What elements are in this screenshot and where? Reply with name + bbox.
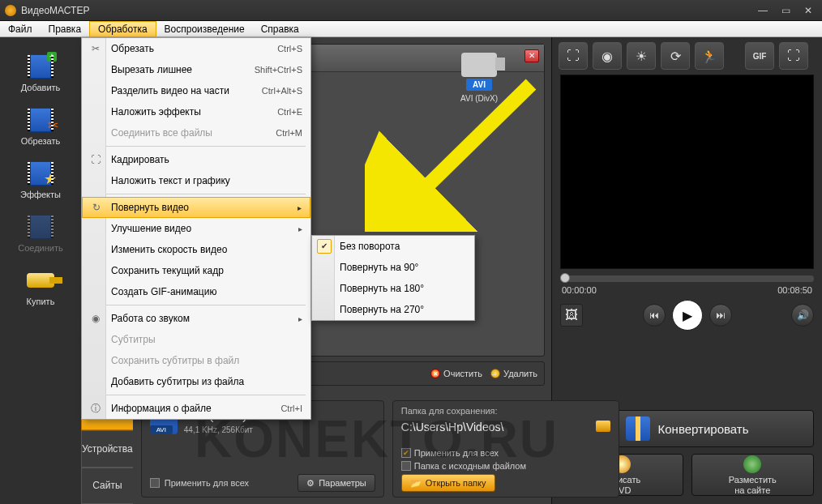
menu-item[interactable]: Создать GIF-анимацию xyxy=(82,281,310,302)
source-folder-checkbox[interactable] xyxy=(401,461,411,471)
source-folder-label: Папка с исходным файлом xyxy=(414,461,526,471)
sidebar-cut[interactable]: ✂Обрезать xyxy=(6,102,75,151)
menu-item-shortcut: Ctrl+E xyxy=(277,107,302,117)
parameters-button[interactable]: ⚙Параметры xyxy=(298,474,375,492)
menu-file[interactable]: Файл xyxy=(0,21,41,36)
menu-item[interactable]: ◉Работа со звуком▸ xyxy=(82,308,310,329)
menu-item[interactable]: ⓘИнформация о файлеCtrl+I xyxy=(82,398,310,419)
sidebar-add[interactable]: +Добавить xyxy=(6,49,75,97)
play-button[interactable]: ▶ xyxy=(672,300,703,331)
minimize-button[interactable]: — xyxy=(754,4,772,17)
key-icon xyxy=(27,273,54,288)
menu-item[interactable]: Разделить видео на частиCtrl+Alt+S xyxy=(82,80,310,101)
menu-item-label: Соединить все файлы xyxy=(111,127,212,139)
file-format-caption: AVI (DivX) xyxy=(447,94,512,103)
tab-devices[interactable]: Устройства xyxy=(81,430,133,467)
submenu-arrow-icon: ▸ xyxy=(298,203,302,212)
output-folder-panel: Папка для сохранения: C:\Users\Hp\Videos… xyxy=(392,400,619,498)
menu-item-label: Сохранить субтитры в файл xyxy=(111,355,239,366)
output-folder-path[interactable]: C:\Users\Hp\Videos\ xyxy=(401,421,504,434)
rotate-tool-button[interactable]: ⟳ xyxy=(661,42,690,70)
next-button[interactable]: ⏭ xyxy=(709,304,732,327)
enhance-tool-button[interactable]: ◉ xyxy=(593,42,622,70)
sidebar: +Добавить ✂Обрезать ★Эффекты Соединить К… xyxy=(0,37,81,504)
preview-toolbar: ⛶ ◉ ☀ ⟳ 🏃 GIF ⛶ xyxy=(552,37,822,75)
menu-item-label: Обрезать xyxy=(111,43,154,54)
sidebar-join-label: Соединить xyxy=(18,243,63,253)
menu-item: Сохранить субтитры в файл xyxy=(82,350,310,371)
menu-item-label: Работа со звуком xyxy=(111,313,190,324)
video-preview[interactable] xyxy=(560,75,814,269)
sidebar-buy[interactable]: Купить xyxy=(6,263,75,311)
folder-open-icon: 📂 xyxy=(410,478,422,489)
close-button[interactable]: ✕ xyxy=(799,4,817,17)
submenu-item[interactable]: Повернуть на 90° xyxy=(312,257,474,278)
menu-item: Соединить все файлыCtrl+M xyxy=(82,122,310,143)
fullscreen-tool-button[interactable]: ⛶ xyxy=(779,42,808,70)
menu-item[interactable]: Улучшение видео▸ xyxy=(82,218,310,239)
submenu-item[interactable]: Повернуть на 180° xyxy=(312,278,474,299)
file-remove-button[interactable]: ✕ xyxy=(524,49,539,62)
submenu-item[interactable]: Без поворота xyxy=(312,236,474,257)
menu-processing[interactable]: Обработка xyxy=(89,21,156,36)
menu-item-label: Информация о файле xyxy=(111,403,212,414)
menu-item-icon: ◉ xyxy=(88,313,103,324)
menu-item-label: Создать GIF-анимацию xyxy=(111,286,216,297)
globe-icon xyxy=(743,455,761,473)
camera-icon xyxy=(461,53,497,77)
brightness-tool-button[interactable]: ☀ xyxy=(627,42,656,70)
seek-bar[interactable] xyxy=(560,275,814,282)
output-folder-title: Папка для сохранения: xyxy=(401,406,610,416)
time-current: 00:00:00 xyxy=(562,285,597,295)
prev-button[interactable]: ⏮ xyxy=(643,304,666,327)
menu-item[interactable]: ↻Повернуть видео▸ xyxy=(82,197,310,218)
folder-apply-all-label: Применить для всех xyxy=(414,448,499,458)
open-folder-button[interactable]: 📂Открыть папку xyxy=(401,474,495,492)
menu-item-label: Изменить скорость видео xyxy=(111,244,227,255)
folder-icon[interactable] xyxy=(596,421,610,432)
convert-icon xyxy=(626,416,650,441)
menu-item[interactable]: Наложить эффектыCtrl+E xyxy=(82,101,310,122)
menu-item: Субтитры xyxy=(82,329,310,350)
format-apply-all-label: Применить для всех xyxy=(165,478,249,488)
sidebar-join: Соединить xyxy=(6,209,75,258)
menu-help[interactable]: Справка xyxy=(253,21,307,36)
menu-item[interactable]: Вырезать лишнееShift+Ctrl+S xyxy=(82,59,310,80)
menu-item-shortcut: Ctrl+S xyxy=(277,44,302,53)
gear-icon: ⚙ xyxy=(306,478,315,489)
menu-item[interactable]: Изменить скорость видео xyxy=(82,239,310,260)
output-format-detail: 44,1 KHz, 256Кбит xyxy=(184,425,253,434)
menubar: Файл Правка Обработка Воспроизведение Сп… xyxy=(0,21,822,37)
menu-item[interactable]: Добавить субтитры из файла xyxy=(82,371,310,392)
menu-item-label: Вырезать лишнее xyxy=(111,64,192,75)
sidebar-effects[interactable]: ★Эффекты xyxy=(6,156,75,204)
rotate-submenu: Без поворотаПовернуть на 90°Повернуть на… xyxy=(311,235,475,321)
seek-knob[interactable] xyxy=(560,273,570,283)
menu-item[interactable]: Сохранить текущий кадр xyxy=(82,260,310,281)
publish-web-button[interactable]: Разместитьна сайте xyxy=(691,454,815,496)
menu-item-label: Добавить субтитры из файла xyxy=(111,376,244,387)
menu-playback[interactable]: Воспроизведение xyxy=(156,21,253,36)
tab-sites[interactable]: Сайты xyxy=(81,468,133,504)
snapshot-button[interactable]: 🖼 xyxy=(560,304,583,327)
crop-tool-button[interactable]: ⛶ xyxy=(559,42,588,70)
menu-item-icon: ↻ xyxy=(89,202,104,213)
menu-item[interactable]: ⛶Кадрировать xyxy=(82,149,310,170)
menu-item[interactable]: ✂ОбрезатьCtrl+S xyxy=(82,38,310,59)
format-apply-all-checkbox[interactable] xyxy=(150,478,160,488)
submenu-arrow-icon: ▸ xyxy=(298,314,302,323)
maximize-button[interactable]: ▭ xyxy=(777,4,794,17)
file-format-box[interactable]: AVI AVI (DivX) xyxy=(447,53,512,103)
menu-item[interactable]: Наложить текст и графику xyxy=(82,170,310,191)
submenu-item[interactable]: Повернуть на 270° xyxy=(312,299,474,320)
gif-tool-button[interactable]: GIF xyxy=(745,42,774,70)
sidebar-add-label: Добавить xyxy=(21,83,61,92)
clear-list-button[interactable]: ✕Очистить xyxy=(430,369,482,378)
speed-tool-button[interactable]: 🏃 xyxy=(695,42,724,70)
delete-file-button[interactable]: −Удалить xyxy=(490,369,537,378)
folder-apply-all-checkbox[interactable]: ✔ xyxy=(401,448,411,458)
menu-edit[interactable]: Правка xyxy=(41,21,90,36)
menu-item-label: Разделить видео на части xyxy=(111,85,229,96)
titlebar: ВидеоМАСТЕР — ▭ ✕ xyxy=(0,0,822,21)
volume-button[interactable]: 🔊 xyxy=(791,304,814,327)
